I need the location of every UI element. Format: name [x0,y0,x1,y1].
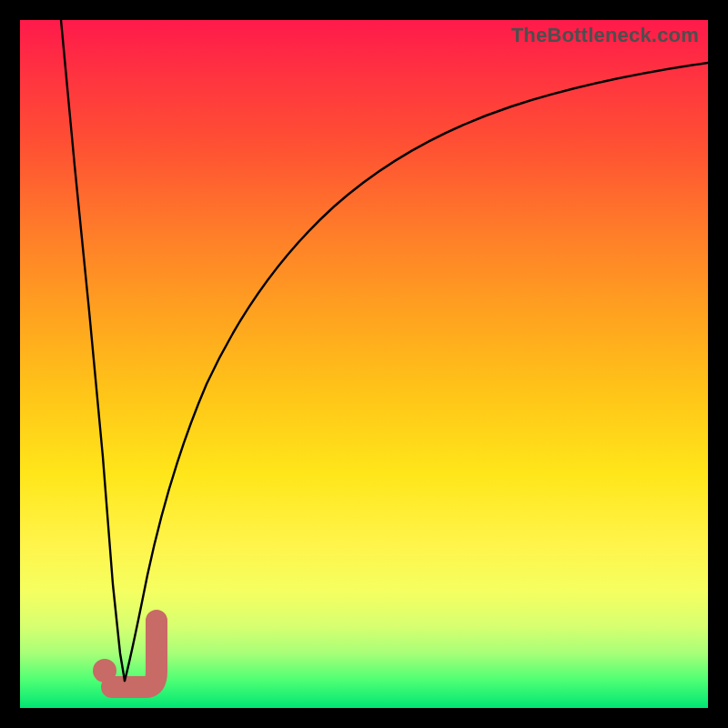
chart-svg [20,20,708,708]
curve-right-branch [125,63,708,681]
curve-left-branch [61,20,125,681]
chart-frame: TheBottleneck.com [0,0,728,728]
plot-area: TheBottleneck.com [20,20,708,708]
